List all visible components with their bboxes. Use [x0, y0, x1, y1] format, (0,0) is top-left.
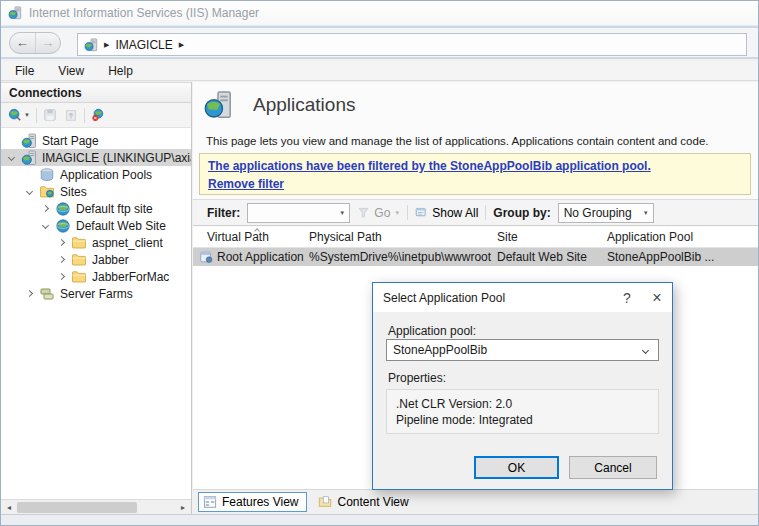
chevron-right-icon[interactable]: ▶ — [179, 41, 184, 49]
filter-toolbar: Filter: ▼ Go ▼ Show All Group by: — [193, 199, 758, 226]
chevron-collapsed-icon[interactable] — [42, 205, 49, 212]
delete-connection-button[interactable] — [90, 107, 106, 123]
tree-item-imagicle-server[interactable]: IMAGICLE (LINKINGUP\axians — [1, 149, 191, 166]
rename-button[interactable] — [63, 107, 79, 123]
menu-file[interactable]: File — [15, 64, 34, 78]
applications-page-icon — [203, 90, 233, 120]
forward-button[interactable]: → — [35, 33, 61, 53]
tree-item-label: Default ftp site — [76, 202, 153, 216]
globe-icon — [55, 201, 71, 217]
connections-panel: Connections ▼ — [1, 82, 192, 514]
title-bar: Internet Information Services (IIS) Mana… — [1, 1, 758, 26]
tree-item-application-pools[interactable]: Application Pools — [1, 166, 191, 183]
tree-item-label: Start Page — [42, 134, 99, 148]
server-icon — [84, 38, 98, 52]
scroll-left-icon[interactable]: ◂ — [1, 503, 17, 512]
server-farms-icon — [39, 286, 55, 302]
dropdown-arrow-icon[interactable]: ▼ — [643, 210, 649, 216]
status-bar — [1, 514, 758, 525]
chevron-collapsed-icon[interactable] — [58, 239, 65, 246]
show-all-label: Show All — [432, 206, 478, 220]
tree-item-server-farms[interactable]: Server Farms — [1, 285, 191, 302]
menu-view[interactable]: View — [58, 64, 84, 78]
chevron-collapsed-icon[interactable] — [58, 273, 65, 280]
tab-label: Content View — [337, 495, 408, 509]
scrollbar-thumb[interactable] — [17, 502, 137, 513]
toolbar-separator — [36, 108, 37, 123]
connections-header: Connections — [1, 82, 191, 103]
tree-item-default-web-site[interactable]: Default Web Site — [1, 217, 191, 234]
save-connections-button[interactable] — [42, 107, 58, 123]
features-view-icon — [203, 495, 217, 509]
filter-label: Filter: — [207, 206, 240, 220]
tree-item-label: JabberForMac — [92, 270, 169, 284]
virtual-path-cell: Root Application — [193, 250, 305, 264]
go-button[interactable]: Go ▼ — [357, 206, 400, 220]
tree-item-jabber[interactable]: Jabber — [1, 251, 191, 268]
tab-content-view[interactable]: Content View — [313, 492, 417, 512]
chevron-expanded-icon[interactable] — [26, 188, 33, 195]
page-title: Applications — [253, 94, 355, 116]
tab-features-view[interactable]: Features View — [198, 492, 307, 512]
filter-notice-box: The applications have been filtered by t… — [199, 153, 751, 195]
column-header-site[interactable]: Site — [493, 230, 603, 244]
filter-input[interactable] — [253, 205, 335, 221]
group-by-combo[interactable]: No Grouping ▼ — [558, 203, 654, 223]
nav-history-buttons: ← → — [9, 32, 61, 54]
filter-combo[interactable]: ▼ — [247, 203, 350, 223]
table-header-row: Virtual Path Physical Path Site Applicat… — [193, 227, 758, 248]
folder-icon — [71, 252, 87, 268]
address-bar[interactable]: ▶ IMAGICLE ▶ — [77, 33, 747, 56]
tree-item-default-ftp-site[interactable]: Default ftp site — [1, 200, 191, 217]
toolbar-separator — [84, 108, 85, 123]
remove-filter-link[interactable]: Remove filter — [208, 175, 742, 193]
iis-manager-window: Internet Information Services (IIS) Mana… — [0, 0, 759, 526]
horizontal-scrollbar[interactable]: ◂ ▸ — [1, 499, 191, 514]
dialog-title-bar: Select Application Pool ? × — [373, 283, 672, 312]
chevron-expanded-icon[interactable] — [42, 222, 49, 229]
ok-button[interactable]: OK — [474, 456, 559, 479]
grouping-value: No Grouping — [564, 206, 632, 220]
chevron-down-icon[interactable] — [642, 346, 649, 353]
menu-bar: File View Help — [1, 61, 758, 81]
dialog-title: Select Application Pool — [383, 291, 612, 305]
pipeline-mode-text: Pipeline mode: Integrated — [396, 412, 658, 428]
filtered-by-pool-link[interactable]: The applications have been filtered by t… — [208, 157, 742, 175]
dropdown-arrow-icon: ▼ — [24, 112, 30, 118]
application-pool-select[interactable]: StoneAppPoolBib — [386, 339, 659, 361]
column-header-physical-path[interactable]: Physical Path — [305, 230, 493, 244]
floppy-disk-icon — [43, 108, 57, 122]
cancel-button[interactable]: Cancel — [569, 456, 657, 479]
chevron-expanded-icon[interactable] — [8, 154, 15, 161]
column-header-virtual-path[interactable]: Virtual Path — [193, 230, 305, 244]
dropdown-arrow-icon: ▼ — [394, 210, 400, 216]
show-all-button[interactable]: Show All — [415, 206, 478, 220]
breadcrumb-root[interactable]: IMAGICLE — [115, 38, 172, 52]
chevron-collapsed-icon[interactable] — [26, 290, 33, 297]
help-button[interactable]: ? — [612, 283, 642, 312]
edit-page-icon — [64, 108, 78, 122]
scroll-right-icon[interactable]: ▸ — [175, 503, 191, 512]
view-tabs-bar: Features View Content View — [193, 489, 758, 514]
tree-item-label: Application Pools — [60, 168, 152, 182]
dropdown-arrow-icon[interactable]: ▼ — [339, 210, 345, 216]
tab-label: Features View — [222, 495, 298, 509]
chevron-collapsed-icon[interactable] — [58, 256, 65, 263]
iis-app-icon — [8, 6, 22, 20]
content-view-icon — [318, 495, 332, 509]
globe-delete-icon — [91, 108, 105, 122]
tree-item-jabberformac[interactable]: JabberForMac — [1, 268, 191, 285]
tree-item-aspnet-client[interactable]: aspnet_client — [1, 234, 191, 251]
create-connection-button[interactable]: ▼ — [7, 107, 31, 123]
close-icon[interactable]: × — [642, 283, 672, 312]
tree-item-sites[interactable]: Sites — [1, 183, 191, 200]
column-header-application-pool[interactable]: Application Pool — [603, 230, 758, 244]
tree-item-start-page[interactable]: Start Page — [1, 132, 191, 149]
server-icon — [21, 150, 37, 166]
site-cell: Default Web Site — [493, 250, 603, 264]
back-button[interactable]: ← — [10, 33, 35, 53]
table-row-root-application[interactable]: Root Application %SystemDrive%\inetpub\w… — [193, 248, 758, 266]
menu-help[interactable]: Help — [108, 64, 133, 78]
application-icon — [199, 250, 213, 264]
funnel-icon — [357, 206, 370, 219]
